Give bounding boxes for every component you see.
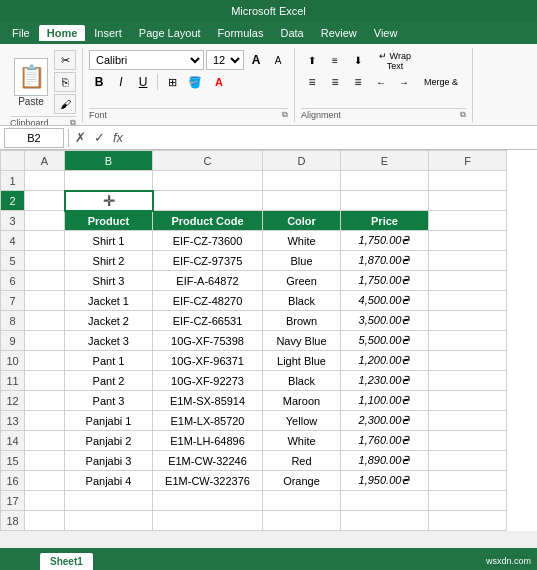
table-row[interactable] [341, 491, 429, 511]
table-row[interactable]: Black [263, 291, 341, 311]
table-row[interactable]: E1M-LH-64896 [153, 431, 263, 451]
table-row[interactable] [429, 331, 507, 351]
table-row[interactable] [25, 371, 65, 391]
fill-color-button[interactable]: 🪣 [184, 72, 206, 92]
table-row[interactable]: Pant 2 [65, 371, 153, 391]
row-header-16[interactable]: 16 [1, 471, 25, 491]
table-row[interactable]: 1,760.00₴ [341, 431, 429, 451]
middle-align-button[interactable]: ≡ [324, 50, 346, 70]
border-button[interactable]: ⊞ [162, 72, 182, 92]
table-row[interactable] [429, 231, 507, 251]
table-row[interactable] [25, 231, 65, 251]
table-row[interactable] [25, 451, 65, 471]
table-row[interactable]: E1M-SX-85914 [153, 391, 263, 411]
table-row[interactable]: E1M-CW-322376 [153, 471, 263, 491]
table-row[interactable]: Product Code [153, 211, 263, 231]
table-row[interactable]: Light Blue [263, 351, 341, 371]
col-header-e[interactable]: E [341, 151, 429, 171]
row-header-6[interactable]: 6 [1, 271, 25, 291]
table-row[interactable]: Pant 3 [65, 391, 153, 411]
table-row[interactable] [25, 511, 65, 531]
table-row[interactable]: E1M-CW-32246 [153, 451, 263, 471]
menu-item-view[interactable]: View [366, 25, 406, 41]
table-row[interactable]: Jacket 3 [65, 331, 153, 351]
table-row[interactable]: Orange [263, 471, 341, 491]
row-header-2[interactable]: 2 [1, 191, 25, 211]
table-row[interactable] [25, 391, 65, 411]
align-right-button[interactable]: ≡ [347, 72, 369, 92]
table-row[interactable] [25, 331, 65, 351]
table-row[interactable]: E1M-LX-85720 [153, 411, 263, 431]
table-row[interactable] [25, 431, 65, 451]
table-row[interactable]: Shirt 1 [65, 231, 153, 251]
underline-button[interactable]: U [133, 72, 153, 92]
col-header-c[interactable]: C [153, 151, 263, 171]
table-row[interactable] [429, 411, 507, 431]
table-row[interactable]: Product [65, 211, 153, 231]
table-row[interactable]: 10G-XF-96371 [153, 351, 263, 371]
table-row[interactable] [25, 471, 65, 491]
font-color-button[interactable]: A [208, 72, 230, 92]
table-row[interactable] [25, 271, 65, 291]
col-header-b[interactable]: B [65, 151, 153, 171]
row-header-8[interactable]: 8 [1, 311, 25, 331]
table-row[interactable]: 1,750.00₴ [341, 231, 429, 251]
decrease-font-button[interactable]: A [268, 50, 288, 70]
table-row[interactable]: 1,100.00₴ [341, 391, 429, 411]
table-row[interactable] [429, 511, 507, 531]
confirm-icon[interactable]: ✓ [92, 130, 107, 145]
table-row[interactable]: White [263, 431, 341, 451]
table-row[interactable]: 1,890.00₴ [341, 451, 429, 471]
table-row[interactable] [341, 511, 429, 531]
table-row[interactable] [153, 491, 263, 511]
table-row[interactable]: 1,200.00₴ [341, 351, 429, 371]
row-header-10[interactable]: 10 [1, 351, 25, 371]
table-row[interactable]: Brown [263, 311, 341, 331]
table-row[interactable] [429, 171, 507, 191]
table-row[interactable]: 1,870.00₴ [341, 251, 429, 271]
table-row[interactable]: Jacket 1 [65, 291, 153, 311]
table-row[interactable]: EIF-CZ-97375 [153, 251, 263, 271]
align-center-button[interactable]: ≡ [324, 72, 346, 92]
table-row[interactable] [25, 351, 65, 371]
table-row[interactable] [25, 211, 65, 231]
menu-item-home[interactable]: Home [39, 25, 86, 41]
table-row[interactable] [65, 171, 153, 191]
table-row[interactable] [429, 271, 507, 291]
row-header-7[interactable]: 7 [1, 291, 25, 311]
table-row[interactable]: Panjabi 2 [65, 431, 153, 451]
row-header-1[interactable]: 1 [1, 171, 25, 191]
table-row[interactable] [341, 191, 429, 211]
table-row[interactable]: 3,500.00₴ [341, 311, 429, 331]
table-row[interactable]: Panjabi 4 [65, 471, 153, 491]
table-row[interactable]: Black [263, 371, 341, 391]
row-header-5[interactable]: 5 [1, 251, 25, 271]
menu-item-review[interactable]: Review [313, 25, 365, 41]
table-row[interactable] [263, 191, 341, 211]
table-row[interactable] [429, 371, 507, 391]
table-row[interactable] [153, 191, 263, 211]
table-row[interactable] [25, 291, 65, 311]
table-row[interactable] [25, 251, 65, 271]
table-row[interactable]: EIF-CZ-48270 [153, 291, 263, 311]
table-row[interactable]: 2,300.00₴ [341, 411, 429, 431]
row-header-12[interactable]: 12 [1, 391, 25, 411]
table-row[interactable]: 1,230.00₴ [341, 371, 429, 391]
table-row[interactable]: 1,750.00₴ [341, 271, 429, 291]
table-row[interactable] [25, 171, 65, 191]
table-row[interactable]: Navy Blue [263, 331, 341, 351]
table-row[interactable]: Pant 1 [65, 351, 153, 371]
table-row[interactable]: Shirt 2 [65, 251, 153, 271]
table-row[interactable] [25, 191, 65, 211]
table-row[interactable]: Shirt 3 [65, 271, 153, 291]
table-row[interactable]: EIF-CZ-73600 [153, 231, 263, 251]
table-row[interactable] [263, 491, 341, 511]
copy-button[interactable]: ⎘ [54, 72, 76, 92]
table-row[interactable]: Red [263, 451, 341, 471]
row-header-18[interactable]: 18 [1, 511, 25, 531]
indent-decrease-button[interactable]: ← [370, 72, 392, 92]
table-row[interactable]: 1,950.00₴ [341, 471, 429, 491]
table-row[interactable]: 10G-XF-92273 [153, 371, 263, 391]
table-row[interactable] [429, 471, 507, 491]
row-header-15[interactable]: 15 [1, 451, 25, 471]
